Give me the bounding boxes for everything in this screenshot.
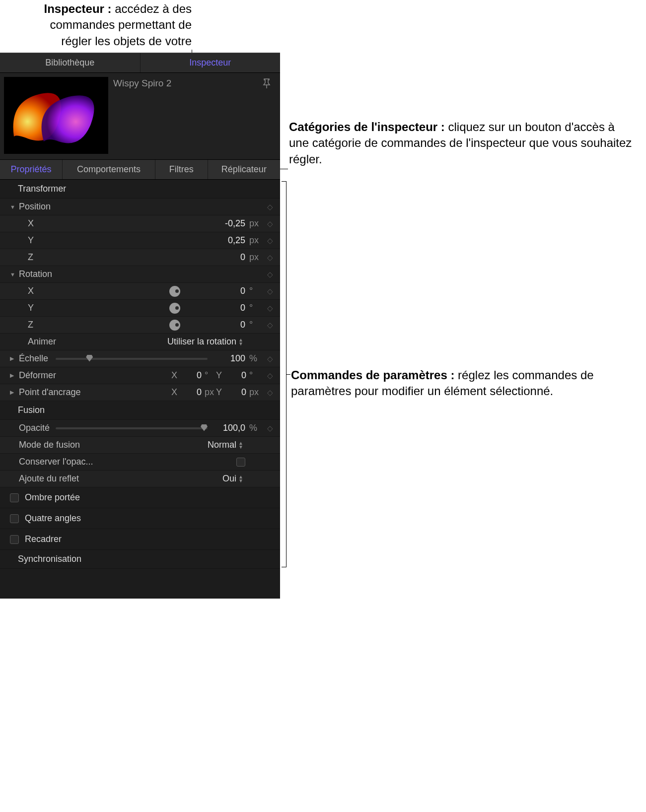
keyframe-shear[interactable] [265, 371, 275, 380]
object-thumbnail [4, 77, 108, 154]
keyframe-rot-y[interactable] [265, 304, 275, 313]
tab-inspector[interactable]: Inspecteur [141, 53, 281, 72]
row-rot-y: Y 0 ° [0, 300, 280, 317]
row-blend-mode: Mode de fusion Normal ▲▼ [0, 437, 280, 454]
checkbox-crop[interactable] [10, 535, 19, 544]
unit-opacity: % [249, 423, 263, 433]
value-scale[interactable]: 100 [216, 353, 245, 364]
row-preserve-opacity: Conserver l'opac... [0, 454, 280, 471]
section-timing: Synchronisation [0, 550, 280, 569]
keyframe-position[interactable] [265, 203, 275, 211]
disclose-shear[interactable]: ▶ [10, 372, 17, 379]
section-transform: Transformer [0, 180, 280, 199]
label-dropshadow: Ombre portée [25, 492, 80, 503]
disclose-position[interactable]: ▼ [10, 204, 17, 210]
label-shear-y: Y [215, 370, 223, 381]
callout-line-cat [279, 169, 288, 169]
label-anchor-y: Y [215, 387, 223, 398]
callout-params: Commandes de paramètres : réglez les com… [291, 367, 639, 400]
pin-icon[interactable] [262, 78, 271, 91]
checkbox-preserve-opacity[interactable] [236, 458, 245, 467]
keyframe-scale[interactable] [265, 354, 275, 363]
keyframe-rot-z[interactable] [265, 321, 275, 330]
row-pos-z: Z 0 px [0, 249, 280, 266]
label-anchor-x: X [170, 387, 179, 398]
label-shear-x: X [170, 370, 179, 381]
unit-rot-z: ° [249, 320, 263, 330]
row-rot-x: X 0 ° [0, 283, 280, 300]
checkbox-fourcorner[interactable] [10, 514, 19, 523]
slider-scale[interactable] [56, 358, 208, 360]
disclose-rotation[interactable]: ▼ [10, 271, 17, 277]
slider-opacity[interactable] [56, 427, 208, 429]
unit-pos-y: px [249, 235, 263, 246]
keyframe-rotation[interactable] [265, 270, 275, 279]
label-anchor: Point d'ancrage [19, 387, 93, 398]
label-pos-x: X [19, 218, 84, 229]
row-pos-x: X -0,25 px [0, 215, 280, 232]
label-pos-y: Y [19, 235, 84, 246]
keyframe-pos-y[interactable] [265, 236, 275, 245]
label-rot-z: Z [19, 320, 84, 330]
value-pos-y[interactable]: 0,25 [216, 235, 245, 246]
value-rot-x[interactable]: 0 [216, 286, 245, 296]
callout-line-params [287, 374, 290, 375]
value-anchor-x[interactable]: 0 [182, 387, 202, 398]
label-scale: Échelle [19, 353, 54, 364]
label-reflection: Ajoute du reflet [19, 474, 93, 484]
unit-scale: % [249, 353, 263, 364]
popup-blend-mode[interactable]: Normal ▲▼ [208, 440, 245, 450]
keyframe-anchor[interactable] [265, 388, 275, 397]
unit-rot-y: ° [249, 303, 263, 313]
unit-pos-x: px [249, 218, 263, 229]
row-rotation: ▼ Rotation [0, 266, 280, 283]
keyframe-pos-x[interactable] [265, 219, 275, 228]
label-rot-x: X [19, 286, 84, 296]
dial-rot-x[interactable] [169, 286, 180, 297]
label-fourcorner: Quatre angles [25, 513, 81, 524]
label-rotation: Rotation [19, 269, 93, 279]
label-pos-z: Z [19, 252, 84, 263]
label-rot-y: Y [19, 303, 84, 313]
value-rot-y[interactable]: 0 [216, 303, 245, 313]
row-anchor: ▶ Point d'ancrage X 0 px Y 0 px [0, 384, 280, 401]
value-pos-x[interactable]: -0,25 [216, 218, 245, 229]
row-pos-y: Y 0,25 px [0, 232, 280, 249]
top-tabs: Bibliothèque Inspecteur [0, 53, 280, 73]
keyframe-opacity[interactable] [265, 424, 275, 433]
row-fourcorner: Quatre angles [0, 508, 280, 529]
tab-behaviors[interactable]: Comportements [63, 160, 155, 179]
label-preserve-opacity: Conserver l'opac... [19, 457, 93, 467]
tab-filters[interactable]: Filtres [155, 160, 208, 179]
label-blend-mode: Mode de fusion [19, 440, 93, 450]
row-animate: Animer Utiliser la rotation ▲▼ [0, 334, 280, 350]
inspector-panel: Bibliothèque Inspecteur [0, 53, 280, 599]
value-shear-y[interactable]: 0 [226, 370, 246, 381]
preview-area: Wispy Spiro 2 [0, 73, 280, 160]
unit-pos-z: px [249, 252, 263, 263]
dial-rot-y[interactable] [169, 303, 180, 314]
tab-library[interactable]: Bibliothèque [0, 53, 141, 72]
value-pos-z[interactable]: 0 [216, 252, 245, 263]
label-animate: Animer [19, 337, 84, 347]
keyframe-pos-z[interactable] [265, 253, 275, 262]
value-anchor-y[interactable]: 0 [226, 387, 246, 398]
keyframe-rot-x[interactable] [265, 287, 275, 296]
label-shear: Déformer [19, 370, 93, 381]
disclose-scale[interactable]: ▶ [10, 355, 17, 362]
label-position: Position [19, 202, 93, 212]
tab-replicator[interactable]: Réplicateur [208, 160, 280, 179]
row-shear: ▶ Déformer X 0 ° Y 0 ° [0, 367, 280, 384]
tab-properties[interactable]: Propriétés [0, 160, 63, 179]
value-opacity[interactable]: 100,0 [216, 423, 245, 433]
label-crop: Recadrer [25, 534, 62, 544]
popup-animate[interactable]: Utiliser la rotation ▲▼ [167, 337, 245, 347]
dial-rot-z[interactable] [169, 320, 180, 331]
disclose-anchor[interactable]: ▶ [10, 389, 17, 396]
checkbox-dropshadow[interactable] [10, 493, 19, 502]
value-rot-z[interactable]: 0 [216, 320, 245, 330]
label-opacity: Opacité [19, 423, 54, 433]
value-shear-x[interactable]: 0 [182, 370, 202, 381]
popup-reflection[interactable]: Oui ▲▼ [222, 474, 245, 484]
object-title: Wispy Spiro 2 [113, 77, 171, 155]
